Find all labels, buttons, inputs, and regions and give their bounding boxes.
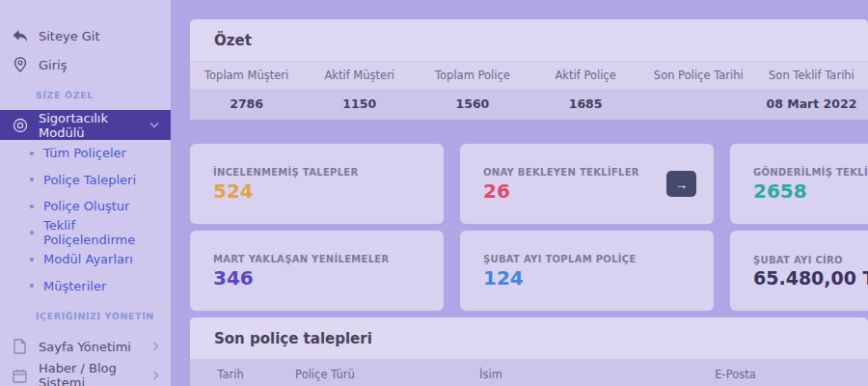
lifebuoy-icon <box>12 117 28 133</box>
bullet-icon <box>30 231 34 234</box>
sidebar-item-label: Giriş <box>39 58 67 72</box>
stat-card-label: ŞUBAT AYI TOPLAM POLİÇE <box>483 254 637 264</box>
stat-card-gonderilmis-teklifler: GÖNDERİLMİŞ TEKLİFLER 2658 <box>730 144 868 224</box>
sidebar-item-label: Sayfa Yönetimi <box>39 340 131 354</box>
requests-col-tarih: Tarih <box>190 360 271 386</box>
goto-pending-offers-button[interactable]: → <box>666 171 696 197</box>
submenu-item-police-olustur[interactable]: Poliçe Oluştur <box>0 193 171 220</box>
stat-card-subat-toplam-police: ŞUBAT AYI TOPLAM POLİÇE 124 <box>460 231 714 311</box>
submenu-item-label: Modül Ayarları <box>43 252 133 266</box>
chevron-down-icon <box>149 122 159 128</box>
bullet-icon <box>30 205 34 208</box>
chevron-right-icon <box>152 371 159 380</box>
summary-value-son-teklif-tarihi: 08 Mart 2022 <box>755 89 868 120</box>
summary-col-aktif-musteri: Aktif Müşteri <box>303 62 416 89</box>
summary-value-toplam-police: 1560 <box>416 89 529 120</box>
summary-value-son-police-tarihi <box>642 89 755 120</box>
summary-panel: Özet Toplam Müşteri Aktif Müşteri Toplam… <box>190 19 868 120</box>
submenu-item-teklif-policelendirme[interactable]: Teklif Poliçelendirme <box>0 220 171 247</box>
map-pin-icon <box>12 57 28 73</box>
main-content: Özet Toplam Müşteri Aktif Müşteri Toplam… <box>171 0 868 386</box>
stat-card-label: ONAY BEKLEYEN TEKLİFLER <box>483 167 639 178</box>
requests-col-isim: İsim <box>379 360 603 386</box>
stat-card-value: 524 <box>213 181 359 201</box>
sidebar-section-icerik-yonetin: İÇERİĞİNİZİ YÖNETİN <box>0 299 171 332</box>
summary-values-row: 2786 1150 1560 1685 08 Mart 2022 <box>190 89 868 120</box>
summary-col-toplam-police: Toplam Poliçe <box>416 62 529 89</box>
stat-card-value: 65.480,00 TL <box>753 269 868 288</box>
sidebar-item-giris[interactable]: Giriş <box>0 50 171 79</box>
stat-card-value: 2658 <box>753 181 868 201</box>
sidebar-item-label: Siteye Git <box>39 29 100 43</box>
sidebar-item-sigortacilik-modulu[interactable]: Sigortacılık Modülü <box>0 110 171 140</box>
stat-card-onay-bekleyen-teklifler: ONAY BEKLEYEN TEKLİFLER 26 → <box>460 144 714 224</box>
sidebar-item-sayfa-yonetimi[interactable]: Sayfa Yönetimi <box>0 332 171 361</box>
bullet-icon <box>30 284 34 288</box>
submenu-item-label: Poliçe Talepleri <box>43 173 136 187</box>
summary-value-aktif-musteri: 1150 <box>303 89 416 120</box>
stat-card-label: MART YAKLAŞAN YENİLEMELER <box>213 254 389 264</box>
submenu-item-label: Teklif Poliçelendirme <box>43 218 171 247</box>
sidebar-section-size-ozel: SİZE ÖZEL <box>0 79 171 110</box>
requests-col-eposta: E-Posta <box>603 360 868 386</box>
calendar-icon <box>12 368 28 384</box>
requests-col-police-turu: Poliçe Türü <box>271 360 379 386</box>
sidebar-item-haber-blog-sistemi[interactable]: Haber / Blog Sistemi <box>0 361 171 386</box>
page-icon <box>12 339 28 355</box>
submenu-item-label: Poliçe Oluştur <box>43 199 129 213</box>
summary-title: Özet <box>190 19 868 62</box>
stat-card-value: 124 <box>483 268 637 288</box>
stat-card-mart-yaklasan-yenilemeler: MART YAKLAŞAN YENİLEMELER 346 <box>190 231 444 311</box>
bullet-icon <box>30 178 34 181</box>
submenu-item-police-talepleri[interactable]: Poliçe Talepleri <box>0 167 171 194</box>
stat-card-value: 26 <box>483 181 639 201</box>
recent-requests-panel: Son poliçe talepleri Tarih Poliçe Türü İ… <box>190 317 868 386</box>
submenu-item-label: Tüm Poliçeler <box>43 146 126 160</box>
sigortacilik-submenu: Tüm Poliçeler Poliçe Talepleri Poliçe Ol… <box>0 140 171 299</box>
summary-value-toplam-musteri: 2786 <box>190 89 303 120</box>
bullet-icon <box>30 152 34 155</box>
summary-col-son-police-tarihi: Son Poliçe Tarihi <box>642 62 755 89</box>
summary-header-row: Toplam Müşteri Aktif Müşteri Toplam Poli… <box>190 62 868 89</box>
stat-cards-row-2: MART YAKLAŞAN YENİLEMELER 346 ŞUBAT AYI … <box>190 231 868 311</box>
submenu-item-tum-policeler[interactable]: Tüm Poliçeler <box>0 140 171 167</box>
stat-card-subat-ciro: ŞUBAT AYI CİRO 65.480,00 TL <box>730 231 868 311</box>
right-arrow-icon: → <box>675 177 689 192</box>
bullet-icon <box>30 258 34 262</box>
sidebar-item-label: Haber / Blog Sistemi <box>39 361 142 386</box>
stat-card-value: 346 <box>213 268 389 288</box>
sidebar-item-label: Sigortacılık Modülü <box>39 111 139 140</box>
sidebar-item-siteye-git[interactable]: Siteye Git <box>0 21 171 50</box>
submenu-item-label: Müşteriler <box>43 279 106 293</box>
summary-col-son-teklif-tarihi: Son Teklif Tarihi <box>755 62 868 89</box>
recent-requests-title: Son poliçe talepleri <box>190 317 868 360</box>
stat-card-label: GÖNDERİLMİŞ TEKLİFLER <box>753 167 868 178</box>
submenu-item-musteriler[interactable]: Müşteriler <box>0 273 171 300</box>
submenu-item-modul-ayarlari[interactable]: Modül Ayarları <box>0 246 171 273</box>
chevron-right-icon <box>152 342 159 351</box>
stat-card-incelenmemis-talepler: İNCELENMEMİŞ TALEPLER 524 <box>190 144 444 224</box>
requests-header-row: Tarih Poliçe Türü İsim E-Posta <box>190 360 868 386</box>
sidebar: Siteye Git Giriş SİZE ÖZEL Sigortacılık … <box>0 0 171 386</box>
back-arrow-icon <box>12 28 28 44</box>
summary-col-toplam-musteri: Toplam Müşteri <box>190 62 303 89</box>
stat-card-label: İNCELENMEMİŞ TALEPLER <box>213 167 359 178</box>
summary-value-aktif-police: 1685 <box>529 89 642 120</box>
summary-col-aktif-police: Aktif Poliçe <box>529 62 642 89</box>
stat-card-label: ŞUBAT AYI CİRO <box>753 255 868 265</box>
stat-cards-row-1: İNCELENMEMİŞ TALEPLER 524 ONAY BEKLEYEN … <box>190 144 868 224</box>
